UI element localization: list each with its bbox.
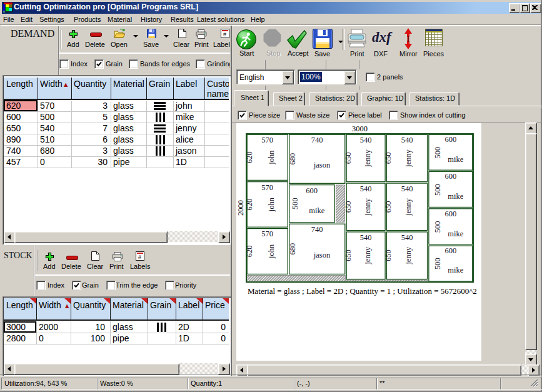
svg-text:540: 540: [401, 233, 413, 242]
svg-text:650: 650: [384, 153, 393, 164]
svg-text:jenny: jenny: [404, 246, 413, 265]
svg-text:jenny: jenny: [363, 246, 372, 265]
svg-text:620: 620: [245, 199, 254, 211]
svg-text:650: 650: [384, 249, 393, 261]
svg-text:3000: 3000: [352, 124, 368, 133]
svg-text:Material = glass ; Label = 2D: Material = glass ; Label = 2D ; Quantity…: [248, 286, 477, 296]
svg-text:570: 570: [261, 136, 273, 144]
svg-text:650: 650: [344, 153, 353, 164]
svg-text:500: 500: [433, 184, 442, 196]
svg-text:540: 540: [401, 136, 413, 144]
svg-text:john: john: [267, 197, 276, 212]
svg-text:#: #: [223, 31, 226, 38]
svg-text:jason: jason: [313, 251, 331, 259]
svg-text:540: 540: [360, 233, 372, 242]
svg-text:mike: mike: [448, 155, 463, 164]
svg-text:600: 600: [444, 246, 456, 255]
svg-text:600: 600: [444, 172, 456, 181]
svg-text:jenny: jenny: [404, 198, 413, 216]
svg-text:740: 740: [311, 225, 323, 234]
svg-text:500: 500: [433, 147, 442, 159]
svg-text:570: 570: [261, 183, 273, 192]
svg-text:540: 540: [360, 184, 372, 193]
svg-text:2000: 2000: [236, 200, 245, 216]
svg-text:500: 500: [291, 198, 299, 209]
svg-text:600: 600: [444, 135, 456, 144]
svg-text:jenny: jenny: [363, 149, 372, 168]
svg-text:620: 620: [245, 245, 254, 257]
svg-text:650: 650: [384, 201, 393, 213]
svg-text:570: 570: [261, 229, 273, 238]
svg-text:740: 740: [311, 136, 323, 144]
svg-text:540: 540: [360, 136, 372, 144]
svg-text:mike: mike: [309, 206, 324, 215]
svg-text:620: 620: [245, 151, 254, 163]
svg-text:650: 650: [344, 201, 353, 213]
svg-text:john: john: [267, 244, 276, 259]
svg-text:mike: mike: [448, 192, 463, 201]
svg-text:john: john: [267, 150, 276, 165]
svg-text:mike: mike: [448, 266, 463, 274]
svg-text:jenny: jenny: [363, 198, 372, 216]
svg-text:600: 600: [306, 186, 318, 195]
svg-text:jason: jason: [313, 161, 331, 169]
svg-text:500: 500: [433, 221, 442, 233]
svg-text:jenny: jenny: [404, 149, 413, 168]
svg-text:mike: mike: [448, 229, 463, 238]
svg-text:600: 600: [444, 209, 456, 218]
svg-text:#: #: [138, 254, 141, 260]
svg-text:500: 500: [433, 258, 442, 269]
svg-text:680: 680: [288, 243, 297, 255]
svg-text:650: 650: [344, 249, 353, 261]
svg-text:680: 680: [288, 153, 297, 165]
svg-text:540: 540: [401, 184, 413, 193]
